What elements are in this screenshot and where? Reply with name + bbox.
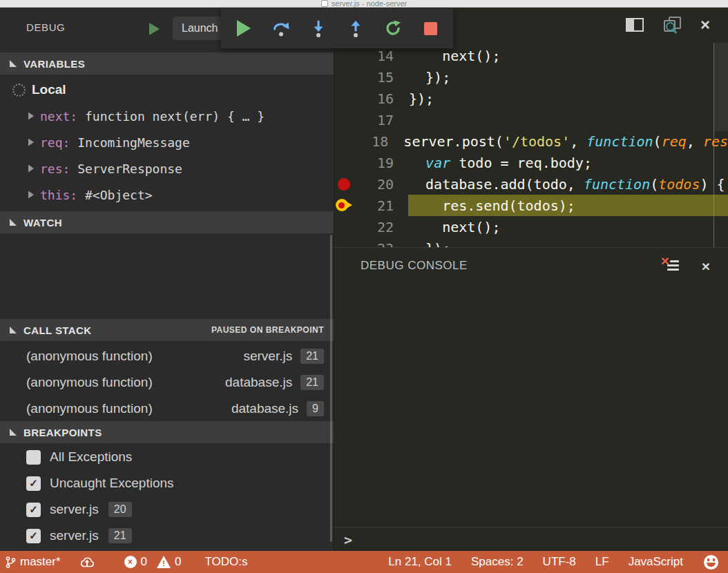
line-number[interactable]: 23 <box>354 240 394 248</box>
breakpoints-section-header[interactable]: BREAKPOINTS <box>0 421 334 443</box>
encoding-item[interactable]: UTF-8 <box>543 555 576 569</box>
watch-section-header[interactable]: WATCH <box>0 211 334 233</box>
collapse-icon <box>10 219 17 226</box>
eol-item[interactable]: LF <box>595 555 609 569</box>
variable-row[interactable]: res: ServerResponse <box>0 155 334 182</box>
debug-console-header: DEBUG CONSOLE × × <box>334 248 728 284</box>
line-number[interactable]: 15 <box>354 69 394 86</box>
gutter[interactable] <box>334 130 354 152</box>
status-bar: master* × 0 ! 0 TODO:s Ln 21, Col 1 Spac… <box>0 551 728 573</box>
line-number[interactable]: 14 <box>354 48 394 64</box>
debug-console-title: DEBUG CONSOLE <box>361 259 468 273</box>
current-execution-line[interactable]: 21 res.send(todos); <box>334 195 728 216</box>
code-line[interactable]: 16 }); <box>334 88 728 109</box>
breakpoint-row[interactable]: ✓ server.js 21 <box>0 523 334 549</box>
sidebar-scrollbar[interactable] <box>330 235 332 542</box>
indentation-label: Spaces: 2 <box>471 555 524 569</box>
indentation-item[interactable]: Spaces: 2 <box>471 555 524 569</box>
breakpoint-row[interactable]: ✓ Uncaught Exceptions <box>0 470 334 496</box>
line-number[interactable]: 19 <box>354 155 394 171</box>
gutter[interactable] <box>334 195 354 216</box>
stack-frame-row[interactable]: (anonymous function) server.js 21 <box>0 343 334 369</box>
continue-button[interactable] <box>229 13 259 43</box>
line-number[interactable]: 17 <box>354 112 394 128</box>
close-panel-icon[interactable]: × <box>702 259 710 273</box>
gutter[interactable] <box>334 216 354 237</box>
expand-icon[interactable] <box>28 165 34 173</box>
debug-title: DEBUG <box>26 21 65 33</box>
checkbox-checked[interactable]: ✓ <box>26 476 41 491</box>
code-line[interactable]: 19 var todo = req.body; <box>334 152 728 173</box>
document-icon <box>321 0 328 7</box>
gutter[interactable] <box>334 88 354 109</box>
line-number[interactable]: 21 <box>354 197 394 214</box>
cursor-position-item[interactable]: Ln 21, Col 1 <box>388 555 452 569</box>
editor-scrollbar[interactable] <box>714 43 728 131</box>
error-count-item[interactable]: × 0 <box>124 555 147 569</box>
frame-file: server.js <box>243 349 292 364</box>
language-mode-item[interactable]: JavaScript <box>629 555 683 569</box>
warning-count-item[interactable]: ! 0 <box>157 555 181 569</box>
code-line[interactable]: 22 next(); <box>334 216 728 237</box>
scope-label: Local <box>32 82 66 97</box>
gutter[interactable] <box>334 237 354 247</box>
checkbox-unchecked[interactable] <box>26 450 41 465</box>
step-over-button[interactable] <box>266 13 296 43</box>
feedback-item[interactable] <box>704 555 718 570</box>
step-out-button[interactable] <box>341 13 371 43</box>
stop-button[interactable] <box>415 13 446 43</box>
expand-icon[interactable] <box>28 191 34 199</box>
clear-console-icon[interactable]: × <box>663 258 681 273</box>
gutter[interactable] <box>334 152 354 173</box>
variables-section-header[interactable]: VARIABLES <box>0 52 334 75</box>
variable-row[interactable]: next: function next(err) { … } <box>0 103 334 129</box>
variable-value: ServerResponse <box>77 162 182 176</box>
smiley-icon <box>704 555 718 570</box>
start-debug-icon[interactable] <box>149 23 160 35</box>
gutter[interactable] <box>334 66 354 88</box>
error-icon: × <box>124 556 137 568</box>
close-editor-icon[interactable]: × <box>700 17 710 33</box>
checkbox-checked[interactable]: ✓ <box>26 529 41 543</box>
open-preview-icon[interactable] <box>663 17 681 33</box>
variables-section-title: VARIABLES <box>23 58 85 70</box>
debug-console-input[interactable]: > <box>334 527 728 552</box>
todo-item[interactable]: TODO:s <box>205 555 248 569</box>
paused-status-badge: PAUSED ON BREAKPOINT <box>211 325 324 335</box>
checkbox-checked[interactable]: ✓ <box>26 503 41 517</box>
breakpoint-row[interactable]: ✓ server.js 20 <box>0 496 334 523</box>
restart-button[interactable] <box>378 13 408 43</box>
window-title: server.js - node-server <box>332 0 407 8</box>
line-number[interactable]: 18 <box>354 133 388 150</box>
paused-breakpoint-pointer-icon[interactable] <box>336 198 354 212</box>
git-branch-item[interactable]: master* <box>6 555 61 569</box>
stack-frame-row[interactable]: (anonymous function) database.js 21 <box>0 369 334 396</box>
debug-sidebar: DEBUG Launch VARIABLES Local next: funct… <box>0 7 334 551</box>
error-count: 0 <box>141 555 147 569</box>
code-line[interactable]: 17 <box>334 109 728 130</box>
split-editor-icon[interactable] <box>626 18 644 32</box>
code-line[interactable]: 20 database.add(todo, function(todos) { <box>334 173 728 195</box>
callstack-section-header[interactable]: CALL STACK PAUSED ON BREAKPOINT <box>0 319 334 341</box>
code-line[interactable]: 23 }); <box>334 237 728 247</box>
line-number[interactable]: 20 <box>354 176 394 193</box>
breakpoint-icon[interactable] <box>338 178 350 191</box>
stack-frame-row[interactable]: (anonymous function) database.js 9 <box>0 396 334 422</box>
variable-row[interactable]: this: #<Object> <box>0 182 334 208</box>
breakpoint-row[interactable]: All Exceptions <box>0 444 334 470</box>
code-line[interactable]: 18 server.post('/todos', function(req, r… <box>334 130 728 152</box>
expand-icon[interactable] <box>28 139 34 146</box>
line-number[interactable]: 22 <box>354 219 394 235</box>
code-line[interactable]: 15 }); <box>334 66 728 88</box>
variables-scope-row[interactable]: Local <box>0 77 334 103</box>
sync-item[interactable] <box>79 556 95 568</box>
gutter[interactable] <box>334 173 354 195</box>
gutter[interactable] <box>334 109 354 130</box>
expand-icon[interactable] <box>28 113 34 120</box>
editor-pane: × 14 next(); 15 }); 16 }); 17 <box>334 7 728 551</box>
line-number[interactable]: 16 <box>354 90 394 107</box>
variable-row[interactable]: req: IncomingMessage <box>0 129 334 155</box>
step-into-button[interactable] <box>303 13 334 43</box>
code-editor[interactable]: 14 next(); 15 }); 16 }); 17 18 <box>334 43 728 247</box>
frame-name: (anonymous function) <box>26 375 225 390</box>
